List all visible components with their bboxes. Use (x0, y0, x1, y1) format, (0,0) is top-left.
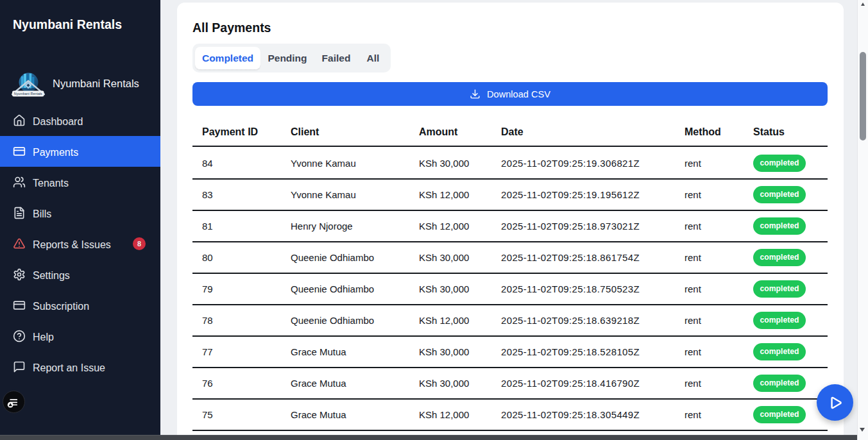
svg-text:Nyumbani Rentals: Nyumbani Rentals (14, 92, 42, 96)
